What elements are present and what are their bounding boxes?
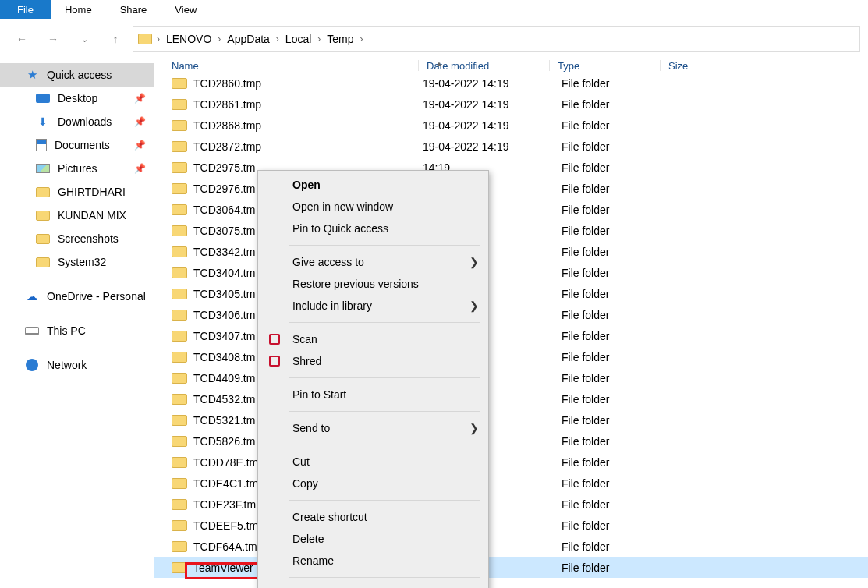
document-icon xyxy=(36,139,47,151)
file-name: TCDEEF5.tm xyxy=(193,519,258,532)
up-button[interactable]: ↑ xyxy=(101,25,129,53)
chevron-right-icon: › xyxy=(275,34,281,44)
tab-home[interactable]: Home xyxy=(51,0,106,19)
sidebar-item-documents[interactable]: Documents📌 xyxy=(0,133,154,157)
file-row[interactable]: TCD2861.tmp19-04-2022 14:19File folder xyxy=(154,94,868,115)
file-row[interactable]: TCD2860.tmp19-04-2022 14:19File folder xyxy=(154,73,868,94)
sidebar-item-label: Screenshots xyxy=(58,232,119,245)
column-type[interactable]: Type xyxy=(549,60,668,71)
sidebar-item-thispc[interactable]: This PC xyxy=(0,319,154,342)
menu-create-shortcut[interactable]: Create shortcut xyxy=(258,506,488,528)
column-size[interactable]: Size xyxy=(660,60,868,71)
file-type: File folder xyxy=(562,393,680,406)
file-name: TCD5321.tm xyxy=(193,414,255,427)
crumb-temp[interactable]: Temp xyxy=(324,33,356,45)
chevron-right-icon: › xyxy=(155,34,161,44)
sort-indicator-icon: ▲ xyxy=(435,59,443,68)
sidebar-item-folder[interactable]: Screenshots xyxy=(0,227,154,250)
column-name[interactable]: Name xyxy=(172,60,426,72)
pin-icon: 📌 xyxy=(134,93,146,104)
folder-icon xyxy=(172,246,187,257)
crumb-local[interactable]: Local xyxy=(282,33,314,45)
file-type: File folder xyxy=(562,372,680,384)
folder-icon xyxy=(172,499,187,510)
sidebar-item-folder[interactable]: System32 xyxy=(0,250,154,274)
address-bar[interactable]: › LENOVO › AppData › Local › Temp › xyxy=(133,26,860,52)
file-name: TCD2976.tm xyxy=(193,182,255,195)
file-type: File folder xyxy=(562,98,680,111)
file-name: TCD3342.tm xyxy=(193,246,255,258)
chevron-right-icon: ❯ xyxy=(469,299,479,312)
sidebar-quick-access[interactable]: ★ Quick access xyxy=(0,63,154,87)
folder-icon xyxy=(36,187,50,197)
menu-properties[interactable]: Properties xyxy=(258,583,488,588)
sidebar-item-label: Desktop xyxy=(58,92,97,104)
sidebar-item-folder[interactable]: GHIRTDHARI xyxy=(0,180,154,204)
folder-icon xyxy=(172,457,187,468)
file-date: 19-04-2022 14:19 xyxy=(423,140,562,153)
file-type: File folder xyxy=(562,225,680,237)
sidebar-item-network[interactable]: Network xyxy=(0,353,154,377)
file-type: File folder xyxy=(562,288,680,300)
tab-file[interactable]: File xyxy=(0,0,51,19)
tab-view[interactable]: View xyxy=(161,0,211,19)
menu-rename[interactable]: Rename xyxy=(258,550,488,572)
crumb-lenovo[interactable]: LENOVO xyxy=(163,33,214,45)
forward-button[interactable]: → xyxy=(39,25,67,53)
menu-label: Include in library xyxy=(292,299,372,312)
menu-pin-quick[interactable]: Pin to Quick access xyxy=(258,218,488,239)
folder-icon xyxy=(172,225,187,236)
chevron-right-icon: › xyxy=(359,34,365,44)
folder-icon xyxy=(172,120,187,131)
chevron-right-icon: › xyxy=(316,34,322,44)
file-name: TCD4409.tm xyxy=(193,372,255,384)
back-button[interactable]: ← xyxy=(8,25,36,53)
menu-open[interactable]: Open xyxy=(258,174,488,196)
menu-give-access[interactable]: Give access to❯ xyxy=(258,251,488,273)
sidebar-item-folder[interactable]: KUNDAN MIX xyxy=(0,204,154,227)
menu-delete[interactable]: Delete xyxy=(258,528,488,550)
folder-icon xyxy=(172,478,187,489)
file-type: File folder xyxy=(562,140,680,153)
menu-copy[interactable]: Copy xyxy=(258,473,488,494)
menu-shred[interactable]: Shred xyxy=(258,350,488,372)
file-type: File folder xyxy=(562,246,680,258)
sidebar-item-onedrive[interactable]: OneDrive - Personal xyxy=(0,285,154,308)
menu-label: Scan xyxy=(292,333,317,345)
menu-open-new-window[interactable]: Open in new window xyxy=(258,196,488,218)
folder-icon xyxy=(36,257,50,267)
sidebar-item-label: GHIRTDHARI xyxy=(58,186,126,198)
sidebar-item-pictures[interactable]: Pictures📌 xyxy=(0,157,154,180)
cloud-icon xyxy=(25,289,39,303)
folder-icon xyxy=(172,394,187,405)
folder-icon xyxy=(172,141,187,152)
file-name: TCD5826.tm xyxy=(193,435,255,448)
file-name: TCDE4C1.tm xyxy=(193,477,258,490)
menu-pin-start[interactable]: Pin to Start xyxy=(258,384,488,406)
menu-restore-versions[interactable]: Restore previous versions xyxy=(258,273,488,295)
sidebar-item-downloads[interactable]: Downloads📌 xyxy=(0,110,154,133)
file-name: TCD3404.tm xyxy=(193,267,255,279)
file-type: File folder xyxy=(562,309,680,321)
sidebar-item-label: KUNDAN MIX xyxy=(58,209,126,221)
file-row[interactable]: TCD2868.tmp19-04-2022 14:19File folder xyxy=(154,115,868,136)
menu-send-to[interactable]: Send to❯ xyxy=(258,417,488,439)
file-name: TCD2860.tmp xyxy=(193,77,261,90)
sidebar-item-desktop[interactable]: Desktop📌 xyxy=(0,87,154,110)
file-name: TCD3406.tm xyxy=(193,309,255,321)
crumb-appdata[interactable]: AppData xyxy=(224,33,272,45)
menu-scan[interactable]: Scan xyxy=(258,328,488,350)
chevron-right-icon: ❯ xyxy=(469,422,479,434)
recent-button[interactable]: ⌄ xyxy=(70,25,98,53)
tab-share[interactable]: Share xyxy=(106,0,161,19)
folder-icon xyxy=(172,267,187,278)
ribbon-tabs: File Home Share View xyxy=(0,0,868,19)
file-type: File folder xyxy=(562,456,680,469)
file-type: File folder xyxy=(562,182,680,195)
folder-icon xyxy=(172,541,187,552)
file-name: TCD2975.tm xyxy=(193,161,255,174)
file-date: 19-04-2022 14:19 xyxy=(423,119,562,132)
menu-cut[interactable]: Cut xyxy=(258,451,488,473)
file-row[interactable]: TCD2872.tmp19-04-2022 14:19File folder xyxy=(154,136,868,157)
menu-include-library[interactable]: Include in library❯ xyxy=(258,295,488,317)
